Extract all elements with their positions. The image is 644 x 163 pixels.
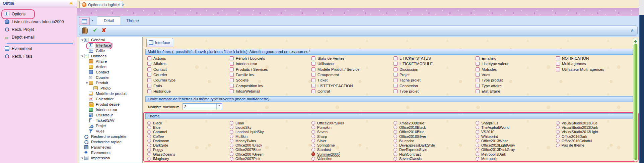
tree-item-action[interactable]: Action: [79, 64, 142, 69]
radio-office2016dark[interactable]: [556, 134, 560, 138]
radio-glassoceans[interactable]: [147, 152, 151, 156]
radio-lilian[interactable]: [230, 121, 233, 125]
sidebar-item-evenement[interactable]: Evenement: [0, 45, 77, 52]
checkbox-p-riph-logiciels[interactable]: [230, 56, 234, 60]
radio-office2007blue[interactable]: [230, 148, 233, 152]
sidebar-item-liste-utilisateurs-infocob2000[interactable]: Liste utilisateurs Infocob2000: [0, 18, 77, 25]
radio-visualstudio2013dark[interactable]: [556, 125, 560, 129]
checkbox-etat-affaire[interactable]: [476, 89, 480, 93]
expander-open-icon[interactable]: ∨: [80, 38, 84, 42]
radio-metropolisdark[interactable]: [476, 152, 479, 156]
radio-devexpressstyle[interactable]: [393, 148, 397, 152]
checkbox-emailing[interactable]: [476, 56, 480, 60]
radio-pas-de-th-me[interactable]: [556, 144, 560, 147]
checkbox-affaires[interactable]: [147, 62, 151, 66]
expander-open-icon[interactable]: ∨: [85, 81, 89, 85]
radio-theasphaltworld[interactable]: [476, 125, 479, 129]
radio-imaginary[interactable]: [147, 157, 151, 161]
tree-item-grille[interactable]: Grille: [79, 48, 142, 53]
radio-moneytwins[interactable]: [230, 139, 233, 143]
tree-item-recherche-rapide[interactable]: Recherche rapide: [79, 139, 142, 145]
radio-highcontrast[interactable]: [393, 152, 397, 156]
tree-item-impression[interactable]: ∨Impression: [79, 155, 142, 161]
checkbox-contrat[interactable]: [311, 89, 315, 93]
radio-seven[interactable]: [311, 130, 315, 134]
document-tab-options-logiciel[interactable]: Options du logiciel ×: [79, 1, 122, 8]
checkbox-tache-projet[interactable]: [393, 78, 398, 82]
max-windows-input[interactable]: [183, 104, 216, 110]
checkbox-projet[interactable]: [393, 73, 398, 77]
collapse-ribbon-icon[interactable]: [630, 29, 635, 32]
radio-office2013lightgray[interactable]: [476, 144, 479, 147]
checkbox-ticket[interactable]: [311, 78, 315, 82]
checkbox-utilisateur[interactable]: [311, 62, 315, 66]
radio-office2013white[interactable]: [476, 139, 479, 143]
tree-item-contact[interactable]: Contact: [79, 69, 142, 75]
checkbox-groupement[interactable]: [311, 73, 315, 77]
window-selector-button[interactable]: [79, 17, 90, 25]
checkbox-utilisateur-multi-agences[interactable]: [556, 67, 560, 71]
radio-office2007green[interactable]: [230, 152, 233, 156]
tree-item-projet[interactable]: Projet: [79, 123, 142, 128]
radio-blueprint[interactable]: [393, 139, 397, 143]
radio-londonliquidsky[interactable]: [230, 130, 233, 134]
tree-item-param-tres[interactable]: Paramètres: [79, 145, 142, 150]
chevron-down-icon[interactable]: [92, 18, 93, 22]
tree-item-utilisateur[interactable]: Utilisateur: [79, 112, 142, 118]
close-icon[interactable]: ×: [122, 2, 124, 7]
checkbox-famille-inv[interactable]: [230, 73, 234, 77]
tab-detail[interactable]: Détail: [97, 16, 121, 25]
checkbox-connexion[interactable]: [393, 84, 398, 88]
checkbox-discussion[interactable]: [393, 67, 398, 71]
tree-item-vues[interactable]: Vues: [79, 128, 142, 134]
checkbox-composition-inv[interactable]: [230, 84, 234, 88]
checkbox-produits-services[interactable]: [230, 67, 234, 71]
radio-pumpkin[interactable]: [311, 125, 315, 129]
checkbox-actions[interactable]: [147, 56, 151, 60]
checkbox-courrier[interactable]: [147, 73, 151, 77]
radio-sevenclassic[interactable]: [393, 157, 397, 161]
checkbox-listetype-valeur[interactable]: [476, 62, 480, 66]
sidebar-item-d-p-t-e-mail[interactable]: Dépôt e-mail: [0, 33, 77, 41]
tree-item-recherche-compl-te[interactable]: Recherche complète: [79, 134, 142, 139]
radio-office2010black[interactable]: [393, 125, 397, 129]
cancel-icon[interactable]: [101, 27, 106, 34]
checkbox-societe[interactable]: [230, 78, 234, 82]
radio-office2010blue[interactable]: [393, 130, 397, 134]
radio-liquidsky[interactable]: [230, 125, 233, 129]
radio-black[interactable]: [147, 121, 151, 125]
radio-metropolis[interactable]: [476, 157, 479, 161]
tree-item-affaire[interactable]: Affaire: [79, 59, 142, 64]
checkbox-motscles[interactable]: [476, 67, 480, 71]
radio-devexpressdarkstyle[interactable]: [393, 144, 397, 147]
tree-item-g-n-ral[interactable]: ∨Général: [79, 37, 142, 43]
tree-item-ticket-sav[interactable]: Ticket/SAV: [79, 118, 142, 123]
tree-item-produit[interactable]: ∨Produit: [79, 80, 142, 86]
radio-summer2008[interactable]: [311, 152, 315, 156]
radio-blue[interactable]: [147, 125, 151, 129]
tree-item-interlocuteur[interactable]: Interlocuteur: [79, 107, 142, 112]
scrollbar-up-icon[interactable]: [633, 38, 638, 43]
radio-office2010silver[interactable]: [393, 134, 397, 138]
tree-item-produit-d-sir[interactable]: Produit désiré: [79, 102, 142, 107]
tree-item-evenement[interactable]: Evenement: [79, 150, 142, 155]
spinner-down-icon[interactable]: [217, 107, 222, 110]
tree-item-mod-le-de-produit[interactable]: Modèle de produit: [79, 91, 142, 96]
checkbox-historique[interactable]: [147, 89, 151, 93]
confirm-icon[interactable]: [93, 27, 97, 34]
radio-whiteprint[interactable]: [476, 134, 479, 138]
checkbox-vues[interactable]: [476, 73, 480, 77]
expander-open-icon[interactable]: ∨: [80, 54, 84, 58]
radio-vs2010[interactable]: [476, 130, 479, 134]
radio-valentine[interactable]: [311, 157, 315, 161]
sidebar-item-rech-projet[interactable]: Rech. Projet: [0, 25, 77, 33]
checkbox-frais[interactable]: [147, 84, 151, 88]
checkbox-contact[interactable]: [147, 67, 151, 71]
tab-theme[interactable]: Thème: [121, 16, 144, 25]
checkbox-multi-agences[interactable]: [556, 62, 560, 66]
exit-door-icon[interactable]: [82, 28, 88, 34]
radio-xmas2008blue[interactable]: [393, 121, 397, 125]
radio-darkroom[interactable]: [147, 139, 151, 143]
radio-visualstudio2013light[interactable]: [556, 130, 560, 134]
radio-office2007black[interactable]: [230, 144, 233, 147]
